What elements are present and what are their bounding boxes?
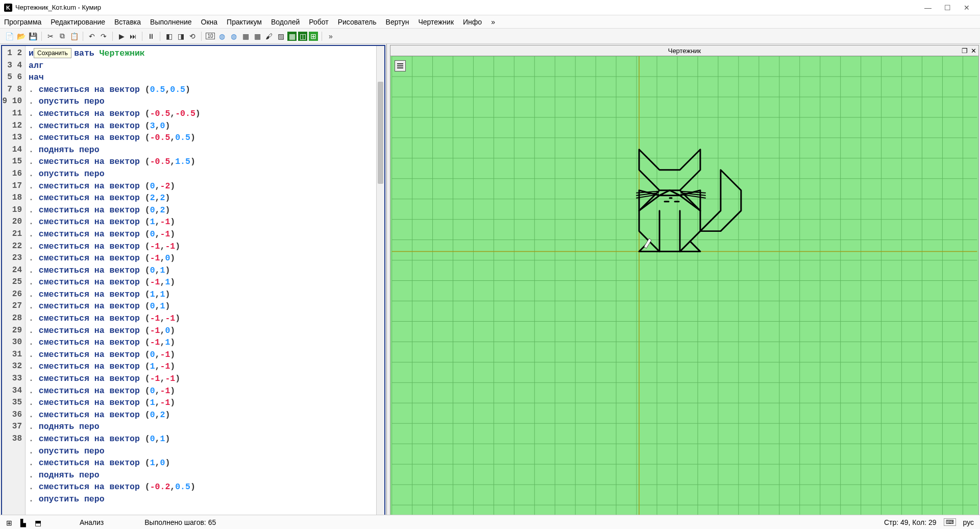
- canvas-restore-icon[interactable]: ❐: [962, 47, 968, 55]
- tool-c-icon[interactable]: ⟲: [187, 31, 198, 41]
- menu-Окна[interactable]: Окна: [201, 18, 218, 26]
- scrollbar-vertical[interactable]: [376, 46, 384, 524]
- minimize-button[interactable]: —: [923, 4, 933, 12]
- maximize-button[interactable]: ☐: [942, 4, 952, 12]
- steps-label: Выполнено шагов: 65: [144, 518, 216, 526]
- status-icon-2[interactable]: ▙: [20, 519, 30, 526]
- menu-Практикум[interactable]: Практикум: [227, 18, 262, 26]
- canvas-header: Чертежник ❐ ✕: [390, 45, 979, 56]
- menu-Вертун[interactable]: Вертун: [386, 18, 409, 26]
- analysis-label: Анализ: [80, 518, 104, 526]
- editor-pane: Сохранить 1 2 3 4 5 6 7 8 9 10 11 12 13 …: [0, 44, 387, 526]
- menu-Робот[interactable]: Робот: [309, 18, 328, 26]
- menubar: ПрограммаРедактированиеВставкаВыполнение…: [0, 15, 980, 29]
- redo-icon[interactable]: ↷: [99, 31, 109, 41]
- cursor-position: Стр: 49, Кол: 29: [884, 518, 937, 526]
- kbd-icon[interactable]: ⌨: [944, 518, 956, 526]
- open-file-icon[interactable]: 📂: [16, 31, 26, 41]
- statusbar: ⊞ ▙ ⬒ Анализ Выполнено шагов: 65 Стр: 49…: [0, 515, 980, 529]
- save-tooltip: Сохранить: [34, 48, 71, 58]
- counter-icon[interactable]: 10: [205, 31, 215, 41]
- menu-Водолей[interactable]: Водолей: [271, 18, 300, 26]
- paste-icon[interactable]: 📋: [69, 31, 79, 41]
- step-icon[interactable]: ⏭: [128, 31, 138, 41]
- green2-icon[interactable]: ◫: [298, 32, 307, 41]
- menu-Рисователь[interactable]: Рисователь: [338, 18, 377, 26]
- menu-Выполнение[interactable]: Выполнение: [150, 18, 191, 26]
- grid1-icon[interactable]: ▦: [240, 31, 251, 41]
- lang-indicator[interactable]: рус: [963, 518, 974, 526]
- status-icon-1[interactable]: ⊞: [6, 519, 15, 526]
- app-icon: K: [4, 4, 12, 12]
- menu-Программа[interactable]: Программа: [4, 18, 41, 26]
- status-icon-3[interactable]: ⬒: [35, 519, 44, 526]
- window-title: Чертежник_Кот.kum - Кумир: [15, 4, 923, 11]
- menu-Вставка[interactable]: Вставка: [114, 18, 141, 26]
- grid2-icon[interactable]: ▦: [252, 31, 262, 41]
- stop-icon[interactable]: ⏸: [146, 31, 156, 41]
- close-button[interactable]: ✕: [962, 4, 972, 12]
- paint-icon[interactable]: 🖌: [264, 31, 274, 41]
- water2-icon[interactable]: ◍: [229, 31, 239, 41]
- more-icon[interactable]: »: [326, 31, 336, 41]
- flag-icon[interactable]: ▨: [276, 31, 286, 41]
- water-icon[interactable]: ◍: [217, 31, 227, 41]
- menu-»[interactable]: »: [491, 18, 495, 26]
- code-editor[interactable]: и вать Чертежник алг нач . сместиться на…: [26, 46, 376, 524]
- save-file-icon[interactable]: 💾: [28, 31, 38, 41]
- titlebar: K Чертежник_Кот.kum - Кумир — ☐ ✕: [0, 0, 980, 15]
- tool-a-icon[interactable]: ◧: [164, 31, 174, 41]
- tool-b-icon[interactable]: ◨: [176, 31, 186, 41]
- menu-Чертежник[interactable]: Чертежник: [418, 18, 454, 26]
- line-gutter: 1 2 3 4 5 6 7 8 9 10 11 12 13 14 15 16 1…: [2, 46, 26, 524]
- new-file-icon[interactable]: 📄: [4, 31, 14, 41]
- run-icon[interactable]: ▶: [116, 31, 127, 41]
- menu-Редактирование[interactable]: Редактирование: [51, 18, 105, 26]
- canvas-close-icon[interactable]: ✕: [971, 47, 976, 55]
- menu-Инфо[interactable]: Инфо: [463, 18, 482, 26]
- canvas-title: Чертежник: [668, 47, 701, 55]
- undo-icon[interactable]: ↶: [87, 31, 97, 41]
- green3-icon[interactable]: ⊞: [309, 32, 318, 41]
- copy-icon[interactable]: ⧉: [57, 31, 67, 41]
- toolbar: 📄 📂 💾 ✂ ⧉ 📋 ↶ ↷ ▶ ⏭ ⏸ ◧ ◨ ⟲ 10 ◍ ◍ ▦ ▦ 🖌…: [0, 29, 980, 44]
- green1-icon[interactable]: ▦: [287, 32, 297, 41]
- canvas[interactable]: [390, 56, 979, 525]
- cut-icon[interactable]: ✂: [45, 31, 56, 41]
